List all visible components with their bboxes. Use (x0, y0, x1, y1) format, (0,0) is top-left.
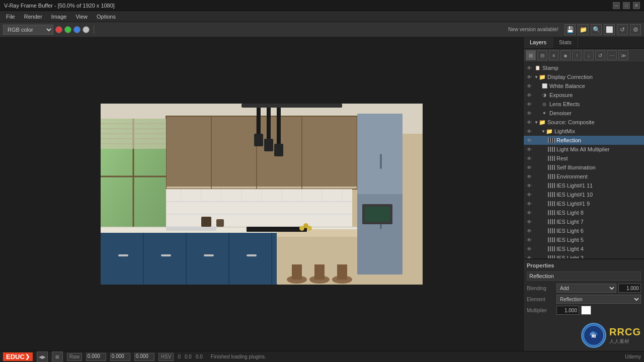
layer-item-ies-5[interactable]: 👁 IES Light 5 (524, 235, 644, 244)
layer-item-denoiser[interactable]: 👁 ✦ Denoiser (524, 109, 644, 118)
minimize-button[interactable]: ─ (613, 2, 620, 9)
layer-item-ies-4[interactable]: 👁 IES Light 4 (524, 244, 644, 253)
layer-item-lightmix[interactable]: 👁 ▼ 📁 LightMix (524, 127, 644, 136)
layer-item-self-illumination[interactable]: 👁 Self Illumination (524, 163, 644, 172)
alpha-channel-button[interactable] (83, 26, 90, 33)
panel-icon-list[interactable]: ⊟ (537, 50, 547, 60)
layer-item-ies-6[interactable]: 👁 IES Light 6 (524, 226, 644, 235)
eye-icon-white-balance[interactable]: 👁 (526, 82, 533, 89)
svg-rect-24 (166, 189, 352, 227)
blending-select[interactable]: Add (556, 284, 616, 293)
region-button[interactable]: ⬜ (604, 24, 615, 35)
eye-icon-ies-5[interactable]: 👁 (526, 236, 533, 243)
panel-icon-reset[interactable]: ↺ (595, 50, 605, 60)
layer-tree[interactable]: 👁 📋 Stamp 👁 ▼ 📁 Display Correction 👁 ⬜ W… (524, 62, 644, 258)
blending-amount[interactable] (618, 284, 641, 293)
educ-arrow: ❯ (25, 353, 30, 360)
layer-item-lens-effects[interactable]: 👁 ◎ Lens Effects (524, 100, 644, 109)
menu-render[interactable]: Render (20, 13, 46, 21)
menu-image[interactable]: Image (47, 13, 71, 21)
eye-icon-ies-4[interactable]: 👁 (526, 245, 533, 252)
close-button[interactable]: ✕ (633, 2, 640, 9)
eye-icon-ies-6[interactable]: 👁 (526, 227, 533, 234)
eye-icon-exposure[interactable]: 👁 (526, 92, 533, 99)
eye-icon-self-illumination[interactable]: 👁 (526, 164, 533, 171)
status-b-value[interactable]: 0.000 (134, 353, 154, 361)
layer-item-exposure[interactable]: 👁 ◑ Exposure (524, 90, 644, 100)
status-g-value[interactable]: 0.000 (110, 353, 130, 361)
eye-icon-light-mix-all[interactable]: 👁 (526, 146, 533, 153)
layer-item-ies-8[interactable]: 👁 IES Light 8 (524, 208, 644, 217)
panel-icon-more[interactable]: ⋯ (607, 50, 617, 60)
arrow-source-composite[interactable]: ▼ (534, 120, 539, 125)
layer-item-ies-7[interactable]: 👁 IES Light 7 (524, 217, 644, 226)
layer-label-reflection: Reflection (556, 137, 642, 143)
element-select[interactable]: Reflection (556, 295, 641, 304)
layer-label-ies-7: IES Light 7 (556, 219, 642, 225)
status-grid-btn[interactable]: ⊞ (52, 351, 63, 363)
layer-item-ies-10[interactable]: 👁 IES Light#1 10 (524, 190, 644, 199)
eye-icon-lightmix[interactable]: 👁 (526, 128, 533, 135)
layer-item-ies-11[interactable]: 👁 IES Light#1 11 (524, 181, 644, 190)
color-mode-select[interactable]: RGB color (3, 25, 53, 35)
svg-rect-21 (264, 139, 273, 151)
eye-icon-ies-10[interactable]: 👁 (526, 191, 533, 198)
arrow-lightmix[interactable]: ▼ (541, 129, 546, 134)
multiplier-value[interactable] (556, 306, 579, 315)
layer-item-source-composite[interactable]: 👁 ▼ 📁 Source: Composite (524, 118, 644, 127)
layer-label-lens-effects: Lens Effects (549, 101, 642, 107)
stripe-icon-reflection (548, 138, 555, 143)
eye-icon-ies-11[interactable]: 👁 (526, 182, 533, 189)
canvas-area[interactable] (0, 37, 523, 351)
layer-item-rest[interactable]: 👁 Rest (524, 154, 644, 163)
restore-button[interactable]: □ (623, 2, 630, 9)
tab-layers[interactable]: Layers (524, 37, 553, 48)
eye-icon-ies-9[interactable]: 👁 (526, 200, 533, 207)
layer-item-stamp[interactable]: 👁 📋 Stamp (524, 63, 644, 72)
red-channel-button[interactable] (55, 26, 62, 33)
eye-icon-stamp[interactable]: 👁 (526, 64, 533, 71)
settings-button[interactable]: ⚙ (630, 24, 641, 35)
multiplier-color-swatch[interactable] (581, 306, 591, 315)
panel-icon-lines[interactable]: ≡ (549, 50, 559, 60)
eye-icon-rest[interactable]: 👁 (526, 155, 533, 162)
multiplier-row: Multiplier (527, 306, 641, 315)
status-nav-btn[interactable]: ◀▶ (37, 351, 48, 363)
save-button[interactable]: 💾 (565, 24, 576, 35)
panel-icon-grid[interactable]: ⊞ (526, 50, 536, 60)
menu-view[interactable]: View (71, 13, 92, 21)
layer-item-light-mix-all[interactable]: 👁 Light Mix All Multiplier (524, 145, 644, 154)
menu-options[interactable]: Options (93, 13, 120, 21)
panel-icon-target[interactable]: ◈ (560, 50, 571, 60)
panel-icon-down[interactable]: ↓ (584, 50, 594, 60)
layer-label-environment: Environment (556, 173, 642, 179)
eye-icon-lens-effects[interactable]: 👁 (526, 101, 533, 108)
panel-icon-expand[interactable]: ≫ (618, 50, 628, 60)
eye-icon-source-composite[interactable]: 👁 (526, 119, 533, 126)
eye-icon-ies-7[interactable]: 👁 (526, 218, 533, 225)
layer-item-environment[interactable]: 👁 Environment (524, 172, 644, 181)
reset-button[interactable]: ↺ (617, 24, 628, 35)
color-picker-button[interactable]: 🔍 (591, 24, 602, 35)
svg-text:RI: RI (592, 334, 596, 339)
eye-icon-display-correction[interactable]: 👁 (526, 73, 533, 80)
eye-icon-denoiser[interactable]: 👁 (526, 110, 533, 117)
layer-item-display-correction[interactable]: 👁 ▼ 📁 Display Correction (524, 72, 644, 81)
arrow-display-correction[interactable]: ▼ (534, 74, 539, 79)
panel-icon-up[interactable]: ↑ (572, 50, 582, 60)
layer-item-reflection[interactable]: 👁 Reflection (524, 136, 644, 145)
layer-item-white-balance[interactable]: 👁 ⬜ White Balance (524, 81, 644, 90)
blue-channel-button[interactable] (73, 26, 80, 33)
tab-stats[interactable]: Stats (553, 37, 578, 48)
layer-item-ies-3[interactable]: 👁 IES Light 3 (524, 253, 644, 258)
eye-icon-reflection[interactable]: 👁 (526, 137, 533, 144)
export-button[interactable]: 📁 (578, 24, 589, 35)
eye-icon-ies-3[interactable]: 👁 (526, 254, 533, 258)
green-channel-button[interactable] (64, 26, 71, 33)
status-r-value[interactable]: 0.000 (86, 353, 106, 361)
eye-icon-ies-8[interactable]: 👁 (526, 209, 533, 216)
eye-icon-environment[interactable]: 👁 (526, 173, 533, 180)
svg-rect-19 (277, 104, 281, 146)
menu-file[interactable]: File (2, 13, 19, 21)
layer-item-ies-9[interactable]: 👁 IES Light#1 9 (524, 199, 644, 208)
